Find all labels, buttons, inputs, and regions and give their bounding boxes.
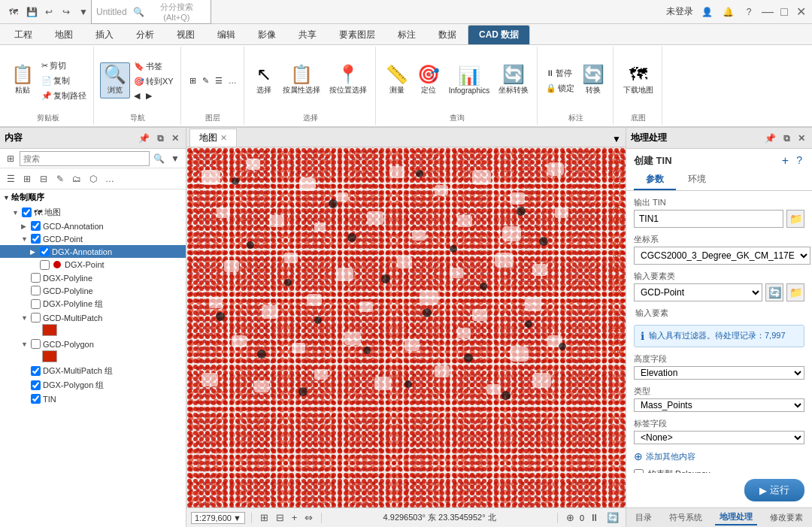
coord-system-select[interactable]: CGCS2000_3_Degree_GK_CM_117E	[634, 247, 810, 265]
geo-close-icon[interactable]: ✕	[795, 132, 807, 144]
close-btn[interactable]: ✕	[795, 7, 806, 17]
input-features-select[interactable]: GCD-Point	[634, 283, 762, 301]
input-features-refresh-btn[interactable]: 🔄	[765, 283, 783, 301]
output-tin-input[interactable]	[634, 210, 783, 228]
gcd-pl-checkbox[interactable]	[31, 286, 41, 295]
measure-btn[interactable]: 📏 测量	[382, 62, 412, 98]
footer-tab-modify[interactable]: 修改要素	[765, 510, 807, 525]
footer-tab-symbology[interactable]: 符号系统	[665, 510, 707, 525]
list-icon[interactable]: ☰	[3, 171, 18, 186]
layer-gcd-point[interactable]: ▼ GCD-Point	[0, 232, 186, 245]
footer-tab-catalog[interactable]: 目录	[631, 510, 656, 525]
tag-select[interactable]: <None>	[634, 431, 804, 444]
pause-btn[interactable]: ⏸暂停	[544, 66, 577, 80]
user-icon[interactable]: 👤	[699, 5, 714, 20]
dgx-pt-checkbox[interactable]	[40, 260, 50, 270]
layer-dgx-polyline[interactable]: ▶ DGX-Polyline	[0, 271, 186, 284]
help-icon[interactable]: ?	[741, 5, 756, 20]
map-canvas[interactable]: 11 4 63 1 45 00 89 48 60 06 24 14 38 16 …	[186, 147, 626, 507]
status-plus-icon[interactable]: +	[289, 511, 300, 524]
add-content-btn[interactable]: ⊕ 添加其他内容	[634, 450, 804, 462]
paste-btn[interactable]: 📋 粘贴	[8, 62, 38, 98]
layer-tin[interactable]: ▶ TIN	[0, 392, 186, 405]
tab-map[interactable]: 地图	[44, 25, 84, 44]
title-search[interactable]: Untitled 🔍 分分搜索 (Alt+Q)	[91, 0, 211, 24]
scale-dropdown[interactable]: 1:279,600 ▼	[191, 512, 245, 524]
map-dropdown-arrow[interactable]: ▼	[607, 132, 626, 147]
map-tab-close[interactable]: ✕	[220, 133, 227, 143]
redo-icon[interactable]: ↪	[59, 5, 74, 20]
gcd-ann-checkbox[interactable]	[31, 221, 41, 231]
layer-edit-btn[interactable]: ✎	[200, 74, 211, 87]
search-more-btn[interactable]: ▼	[168, 151, 183, 166]
filter2-icon[interactable]: ⊟	[36, 171, 51, 186]
layer-gcd-annotation[interactable]: ▶ GCD-Annotation	[0, 220, 186, 232]
grid-icon[interactable]: ⊞	[20, 171, 35, 186]
dgx-pl-checkbox[interactable]	[31, 273, 41, 283]
layer-dgx-polyline-group[interactable]: ▶ DGX-Polyline 组	[0, 297, 186, 311]
layer-map[interactable]: ▼ 🗺 地图	[0, 205, 186, 220]
gcd-mp-checkbox[interactable]	[31, 313, 41, 323]
layer-gcd-polyline[interactable]: ▶ GCD-Polyline	[0, 284, 186, 297]
type-select[interactable]: Mass_Points	[634, 398, 804, 412]
save-icon[interactable]: 💾	[24, 5, 39, 20]
status-pause-icon[interactable]: ⏸	[587, 511, 601, 524]
draw-icon[interactable]: ✎	[53, 171, 68, 186]
gcd-pg-checkbox[interactable]	[31, 339, 41, 349]
tab-share[interactable]: 共享	[287, 25, 328, 44]
coord-trans-btn[interactable]: 🔄 坐标转换	[495, 62, 532, 98]
tab-edit[interactable]: 编辑	[206, 25, 247, 44]
locate-btn[interactable]: 🎯 定位	[414, 62, 444, 98]
map-tab[interactable]: 地图 ✕	[189, 129, 237, 147]
status-grid-icon[interactable]: ⊟	[274, 511, 286, 524]
shape-icon[interactable]: ⬡	[86, 171, 101, 186]
lock-btn[interactable]: 🔒锁定	[544, 81, 577, 95]
status-fullextent-icon[interactable]: ⊞	[258, 511, 271, 524]
layer-dgx-point[interactable]: ▶ DGX-Point	[0, 258, 186, 271]
undo-icon[interactable]: ↩	[41, 5, 56, 20]
panel-pin-icon[interactable]: 📌	[136, 132, 152, 144]
layer-more-btn[interactable]: …	[226, 74, 239, 87]
footer-tab-geoprocessing[interactable]: 地理处理	[715, 510, 757, 525]
geo-tab-env[interactable]: 环境	[676, 170, 718, 190]
loc-select-btn[interactable]: 📍 按位置选择	[326, 62, 371, 98]
search-btn[interactable]: 🔍	[151, 151, 166, 166]
select-btn[interactable]: ↖ 选择	[250, 62, 277, 98]
map-checkbox[interactable]	[22, 207, 32, 217]
content-search-input[interactable]	[20, 151, 150, 166]
status-zoom-icon[interactable]: ⊕	[564, 511, 577, 524]
layer-gcd-polygon[interactable]: ▼ GCD-Polygon	[0, 338, 186, 350]
panel-close-icon[interactable]: ✕	[169, 132, 181, 144]
cut-btn[interactable]: ✂剪切	[39, 59, 89, 73]
geo-pin-icon[interactable]: 📌	[762, 132, 778, 144]
tab-insert[interactable]: 插入	[84, 25, 125, 44]
more-icon[interactable]: ▼	[76, 5, 91, 20]
notifications-icon[interactable]: 🔔	[720, 5, 735, 20]
dgx-plg-checkbox[interactable]	[31, 299, 41, 309]
layer-gcd-multipatch[interactable]: ▼ GCD-MultiPatch	[0, 311, 186, 324]
status-refresh-icon[interactable]: 🔄	[604, 511, 621, 524]
elevation-select[interactable]: Elevation	[634, 366, 804, 380]
maximize-btn[interactable]: □	[779, 7, 789, 17]
dgx-mpg-checkbox[interactable]	[31, 366, 41, 376]
next-btn[interactable]: ▶	[144, 89, 154, 102]
attr-select-btn[interactable]: 📋 按属性选择	[279, 62, 324, 98]
status-arrows-icon[interactable]: ⇔	[302, 511, 315, 524]
geo-undock-icon[interactable]: ⧉	[781, 132, 792, 144]
layer-dgx-multipatch-group[interactable]: ▶ DGX-MultiPatch 组	[0, 364, 186, 378]
panel-undock-icon[interactable]: ⧉	[155, 132, 166, 144]
minimize-btn[interactable]: —	[762, 7, 773, 17]
tab-view[interactable]: 视图	[165, 25, 206, 44]
tin-checkbox[interactable]	[31, 394, 41, 404]
geo-tab-params[interactable]: 参数	[634, 170, 676, 190]
geo-help-icon[interactable]: ?	[794, 153, 804, 168]
goto-xy-btn[interactable]: 🎯转到XY	[132, 74, 176, 89]
copy-path-btn[interactable]: 📌复制路径	[39, 89, 89, 103]
infographics-btn[interactable]: 📊 Infographics	[445, 64, 493, 98]
tab-feature-layer[interactable]: 要素图层	[328, 25, 386, 44]
input-features-folder-btn[interactable]: 📁	[786, 283, 804, 301]
copy-btn[interactable]: 📄复制	[39, 74, 89, 88]
convert-btn[interactable]: 🔄 转换	[578, 62, 608, 98]
layer-list-btn[interactable]: ☰	[213, 74, 225, 87]
filter-icon[interactable]: ⊞	[3, 151, 18, 166]
